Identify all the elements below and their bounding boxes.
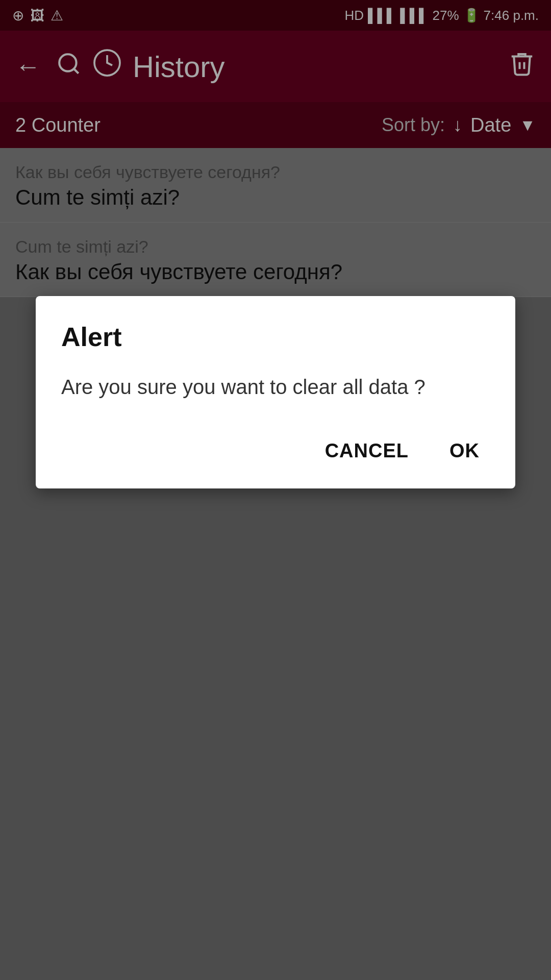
dialog-title: Alert [61,322,490,352]
ok-button[interactable]: OK [439,432,490,470]
dialog-buttons: CANCEL OK [61,432,490,470]
alert-dialog: Alert Are you sure you want to clear all… [36,296,515,488]
cancel-button[interactable]: CANCEL [315,432,419,470]
dialog-message: Are you sure you want to clear all data … [61,373,490,401]
modal-overlay [0,0,551,980]
